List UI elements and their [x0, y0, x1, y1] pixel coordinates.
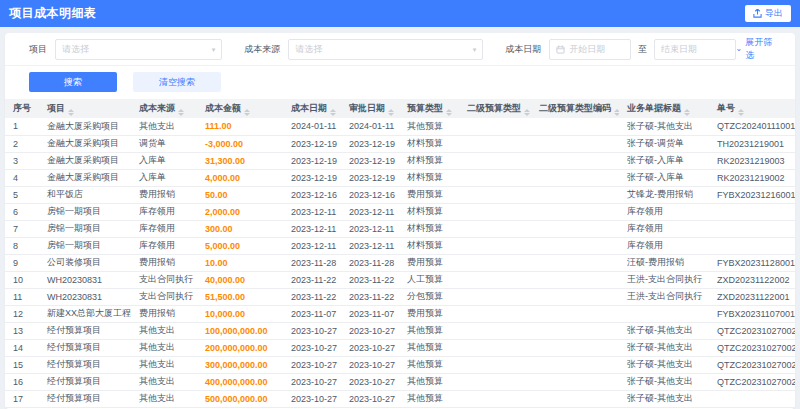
source-select[interactable]: 请选择 ▾	[288, 39, 483, 60]
table-cell: 51,500.00	[197, 288, 283, 305]
column-header[interactable]: 成本来源	[131, 99, 197, 118]
column-header[interactable]: 业务单据标题	[619, 99, 709, 118]
table-cell: 其他支出	[131, 356, 197, 373]
table-cell: 库存领用	[131, 203, 197, 220]
column-header-label: 序号	[13, 103, 31, 113]
table-cell: QTZC20231027002	[709, 322, 795, 339]
table-cell: 经付预算项目	[39, 356, 131, 373]
column-header[interactable]: 成本金额	[197, 99, 283, 118]
date-start-input[interactable]: 开始日期	[549, 39, 631, 60]
table-cell	[531, 237, 619, 254]
table-cell: 入库单	[131, 169, 197, 186]
table-cell	[531, 135, 619, 152]
export-icon	[753, 9, 762, 18]
table-cell: TH20231219001	[709, 135, 795, 152]
search-button[interactable]: 搜索	[29, 72, 117, 92]
sort-icon[interactable]	[614, 109, 619, 116]
column-header[interactable]: 预算类型	[399, 99, 459, 118]
sort-icon[interactable]	[178, 109, 184, 116]
column-header-label: 成本金额	[205, 103, 241, 113]
table-cell: 2023-11-28	[283, 254, 341, 271]
sort-icon[interactable]	[388, 109, 394, 116]
table-cell: 2023-12-16	[283, 186, 341, 203]
table-cell: 1	[5, 118, 39, 135]
table-cell: 2023-10-27	[341, 322, 399, 339]
page-title: 项目成本明细表	[9, 5, 97, 22]
column-header[interactable]: 单号	[709, 99, 795, 118]
table-cell: 材料预算	[399, 203, 459, 220]
table-cell: 2023-11-07	[341, 305, 399, 322]
table-cell: 其他预算	[399, 322, 459, 339]
table-cell: 其他支出	[131, 322, 197, 339]
table-cell	[531, 305, 619, 322]
table-cell: 经付预算项目	[39, 339, 131, 356]
column-header[interactable]: 二级预算类型编码	[531, 99, 619, 118]
export-button[interactable]: 导出	[745, 5, 791, 22]
table-cell: QTZC20231027002	[709, 356, 795, 373]
table-cell: 费用预算	[399, 305, 459, 322]
sort-icon[interactable]	[68, 109, 74, 116]
table-cell: 金融大厦采购项目	[39, 118, 131, 135]
column-header[interactable]: 项目	[39, 99, 131, 118]
sort-icon[interactable]	[524, 109, 530, 116]
table-cell: 汪硕-费用报销	[619, 254, 709, 271]
expand-filter-toggle[interactable]: ⌄ 展开筛选	[736, 36, 781, 62]
table-cell: 2023-12-11	[283, 237, 341, 254]
date-end-input[interactable]: 结束日期	[654, 39, 736, 60]
table-cell: 费用报销	[131, 305, 197, 322]
table-cell: 5	[5, 186, 39, 203]
table-cell: 人工预算	[399, 271, 459, 288]
table-cell	[531, 356, 619, 373]
table-cell: 支出合同执行	[131, 288, 197, 305]
table-cell	[459, 203, 531, 220]
table-cell: 2023-11-22	[283, 271, 341, 288]
table-cell: 2023-10-27	[283, 322, 341, 339]
table-cell: 张子硕-其他支出	[619, 118, 709, 135]
filter-bar: 项目 请选择 ▾ 成本来源 请选择 ▾ 成本日期 开始日期 至 结束日期 ⌄ 展…	[5, 33, 795, 66]
table-row: 15经付预算项目其他支出300,000,000.002023-10-272023…	[5, 356, 795, 373]
table-cell: 其他预算	[399, 118, 459, 135]
column-header[interactable]: 成本日期	[283, 99, 341, 118]
sort-icon[interactable]	[738, 109, 744, 116]
export-button-label: 导出	[765, 7, 783, 20]
sort-icon[interactable]	[446, 109, 452, 116]
table-row: 1金融大厦采购项目其他支出111.002024-01-112024-01-11其…	[5, 118, 795, 135]
sort-icon[interactable]	[244, 109, 250, 116]
table-cell: WH20230831	[39, 288, 131, 305]
table-cell	[619, 305, 709, 322]
table-cell: 400,000,000.00	[197, 373, 283, 390]
table-cell	[531, 152, 619, 169]
table-cell: 其他预算	[399, 339, 459, 356]
clear-search-button[interactable]: 清空搜索	[133, 72, 221, 92]
table-cell: 10	[5, 271, 39, 288]
table-cell: 2023-12-11	[341, 220, 399, 237]
column-header[interactable]: 二级预算类型	[459, 99, 531, 118]
table-cell: 张子硕-调货单	[619, 135, 709, 152]
table-cell: 2023-12-19	[341, 169, 399, 186]
source-filter-label: 成本来源	[244, 43, 280, 56]
table-cell: 2023-12-19	[341, 135, 399, 152]
table-cell: 2023-10-27	[283, 356, 341, 373]
table-cell: 其他支出	[131, 373, 197, 390]
table-cell: 张子硕-其他支出	[619, 373, 709, 390]
table-cell: 50.00	[197, 186, 283, 203]
column-header: 序号	[5, 99, 39, 118]
table-row: 7房锦一期项目库存领用300.002023-12-112023-12-11材料预…	[5, 220, 795, 237]
table-cell	[531, 339, 619, 356]
table-cell: 2023-10-27	[283, 373, 341, 390]
project-filter-label: 项目	[29, 43, 47, 56]
source-select-placeholder: 请选择	[295, 43, 322, 56]
date-filter-label: 成本日期	[505, 43, 541, 56]
table-cell: 王洪-支出合同执行	[619, 288, 709, 305]
chevron-down-icon: ⌄	[736, 45, 743, 53]
sort-icon[interactable]	[684, 109, 690, 116]
table-cell: 4	[5, 169, 39, 186]
table-cell: 17	[5, 390, 39, 407]
table-cell: 111.00	[197, 118, 283, 135]
project-select[interactable]: 请选择 ▾	[55, 39, 222, 60]
table-cell: 材料预算	[399, 152, 459, 169]
sort-icon[interactable]	[330, 109, 336, 116]
table-cell: 经付预算项目	[39, 322, 131, 339]
column-header[interactable]: 审批日期	[341, 99, 399, 118]
column-header-label: 项目	[47, 103, 65, 113]
